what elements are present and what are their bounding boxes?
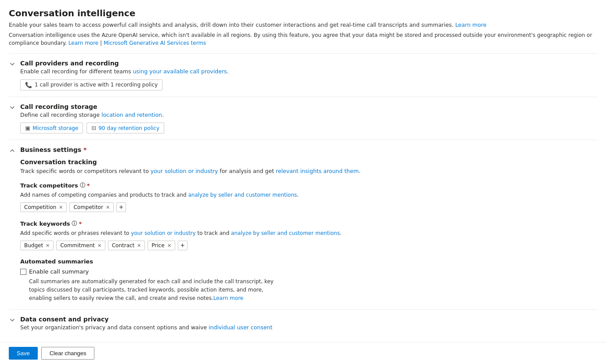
phone-icon: 📞: [25, 82, 32, 88]
add-competitor-btn[interactable]: +: [116, 202, 126, 212]
call-providers-chevron-icon: [9, 61, 16, 68]
clear-changes-button[interactable]: Clear changes: [41, 347, 95, 360]
data-consent-title: Data consent and privacy: [20, 316, 272, 323]
track-keywords-info-icon: ⓘ: [72, 220, 77, 227]
data-consent-desc: Set your organization's privacy and data…: [20, 324, 272, 332]
storage-icon: ▣: [25, 125, 30, 131]
enable-call-summary-row: Enable call summary: [20, 268, 597, 275]
conversation-tracking-desc: Track specific words or competitors rele…: [20, 167, 597, 176]
track-competitors-section: Track competitors ⓘ * Add names of compe…: [20, 182, 597, 212]
tag-contract: Contract ✕: [108, 241, 145, 250]
business-settings-required: *: [83, 146, 87, 153]
footer: Save Clear changes: [0, 342, 606, 364]
automated-summaries-title: Automated summaries: [20, 258, 597, 265]
call-providers-badge: 📞 1 call provider is active with 1 recor…: [20, 79, 162, 90]
page-subtitle: Enable your sales team to access powerfu…: [9, 21, 597, 29]
remove-competitor-btn[interactable]: ✕: [106, 205, 110, 210]
track-keywords-required: *: [79, 220, 82, 227]
track-competitors-info-icon: ⓘ: [80, 182, 85, 189]
tag-commitment: Commitment ✕: [56, 241, 105, 250]
business-settings-header[interactable]: Business settings *: [9, 146, 597, 154]
business-settings-title: Business settings *: [20, 146, 87, 153]
remove-price-btn[interactable]: ✕: [167, 243, 171, 248]
track-keywords-tags: Budget ✕ Commitment ✕ Contract ✕ Price ✕: [20, 241, 597, 250]
track-competitors-tags: Competition ✕ Competitor ✕ +: [20, 202, 597, 212]
track-competitors-required: *: [87, 182, 90, 189]
tag-competition: Competition ✕: [20, 202, 67, 212]
retention-policy-badge: ⊟ 90 day retention policy: [87, 123, 164, 133]
track-keywords-label: Track keywords ⓘ *: [20, 220, 597, 227]
notice-learn-more-link[interactable]: Learn more: [69, 40, 98, 46]
microsoft-storage-badge: ▣ Microsoft storage: [20, 123, 83, 133]
business-settings-section: Business settings * Conversation trackin…: [9, 140, 597, 309]
retention-icon: ⊟: [91, 125, 96, 131]
page-title: Conversation intelligence: [9, 8, 597, 18]
remove-competition-btn[interactable]: ✕: [59, 205, 63, 210]
call-recording-chevron-icon: [9, 104, 16, 111]
data-consent-chevron-icon: [9, 317, 16, 324]
remove-commitment-btn[interactable]: ✕: [97, 243, 101, 248]
data-consent-header[interactable]: Data consent and privacy Set your organi…: [9, 316, 597, 332]
save-button[interactable]: Save: [9, 347, 38, 360]
call-recording-storage-header[interactable]: Call recording storage Define call recor…: [9, 103, 597, 119]
storage-badges-container: ▣ Microsoft storage ⊟ 90 day retention p…: [20, 123, 597, 133]
track-keywords-section: Track keywords ⓘ * Add specific words or…: [20, 220, 597, 250]
notice-ai-services-link[interactable]: Microsoft Generative AI Services terms: [104, 40, 206, 46]
call-providers-desc: Enable call recording for different team…: [20, 68, 229, 76]
remove-budget-btn[interactable]: ✕: [46, 243, 50, 248]
tag-price: Price ✕: [148, 241, 175, 250]
track-keywords-desc: Add specific words or phrases relevant t…: [20, 229, 597, 237]
call-providers-title: Call providers and recording: [20, 60, 229, 67]
call-providers-section: Call providers and recording Enable call…: [9, 53, 597, 97]
summaries-learn-more-link[interactable]: Learn more: [213, 295, 243, 301]
track-competitors-label: Track competitors ⓘ *: [20, 182, 597, 189]
enable-call-summary-checkbox[interactable]: [20, 269, 26, 275]
automated-summaries-section: Automated summaries Enable call summary …: [20, 258, 597, 303]
business-settings-chevron-icon: [9, 147, 16, 154]
call-providers-header[interactable]: Call providers and recording Enable call…: [9, 60, 597, 76]
data-consent-section: Data consent and privacy Set your organi…: [9, 309, 597, 338]
conversation-tracking-title: Conversation tracking: [20, 159, 597, 166]
business-settings-body: Conversation tracking Track specific wor…: [20, 159, 597, 303]
tag-competitor: Competitor ✕: [69, 202, 113, 212]
call-recording-storage-section: Call recording storage Define call recor…: [9, 97, 597, 140]
call-recording-storage-desc: Define call recording storage location a…: [20, 111, 164, 119]
call-recording-storage-title: Call recording storage: [20, 103, 164, 110]
automated-summaries-desc: Call summaries are automatically generat…: [29, 278, 275, 303]
enable-call-summary-label: Enable call summary: [29, 268, 89, 275]
page-notice: Conversation intelligence uses the Azure…: [9, 31, 597, 47]
remove-contract-btn[interactable]: ✕: [137, 243, 141, 248]
add-keyword-btn[interactable]: +: [178, 241, 188, 250]
subtitle-learn-more-link[interactable]: Learn more: [455, 22, 487, 28]
track-competitors-desc: Add names of competing companies and pro…: [20, 191, 597, 199]
tag-budget: Budget ✕: [20, 241, 54, 250]
